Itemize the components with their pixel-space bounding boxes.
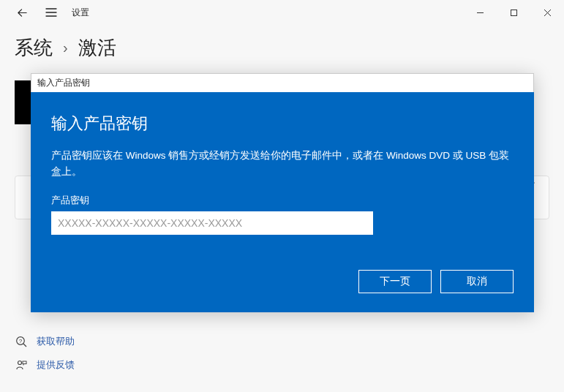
dialog-window-title: 输入产品密钥 xyxy=(37,78,90,88)
minimize-button[interactable] xyxy=(463,0,497,25)
app-title: 设置 xyxy=(72,7,89,19)
help-icon: ? xyxy=(15,335,28,348)
feedback-icon xyxy=(15,358,28,372)
maximize-button[interactable] xyxy=(497,0,530,25)
breadcrumb-separator: › xyxy=(63,39,68,56)
give-feedback-link[interactable]: 提供反馈 xyxy=(15,358,75,372)
get-help-label: 获取帮助 xyxy=(37,335,75,348)
product-key-dialog: 输入产品密钥 输入产品密钥 产品密钥应该在 Windows 销售方或经销方发送给… xyxy=(31,73,534,312)
dialog-heading: 输入产品密钥 xyxy=(51,113,514,135)
back-button[interactable] xyxy=(10,1,34,24)
get-help-link[interactable]: ? 获取帮助 xyxy=(15,335,75,348)
cancel-button[interactable]: 取消 xyxy=(440,270,514,293)
breadcrumb-current: 激活 xyxy=(78,35,116,61)
dialog-titlebar: 输入产品密钥 xyxy=(31,73,534,92)
obscured-panel xyxy=(15,80,31,124)
nav-menu-button[interactable] xyxy=(40,1,63,24)
breadcrumb-root[interactable]: 系统 xyxy=(15,35,53,61)
svg-rect-0 xyxy=(511,10,516,15)
product-key-label: 产品密钥 xyxy=(51,194,514,207)
give-feedback-label: 提供反馈 xyxy=(37,358,75,372)
close-button[interactable] xyxy=(530,0,564,25)
breadcrumb: 系统 › 激活 xyxy=(0,25,564,74)
titlebar: 设置 xyxy=(0,0,564,25)
maximize-icon xyxy=(510,9,518,17)
arrow-left-icon xyxy=(17,7,28,18)
svg-rect-4 xyxy=(23,361,26,364)
dialog-description: 产品密钥应该在 Windows 销售方或经销方发送给你的电子邮件中，或者在 Wi… xyxy=(51,148,514,179)
close-icon xyxy=(544,9,552,17)
product-key-input[interactable] xyxy=(51,211,373,235)
minimize-icon xyxy=(476,9,484,17)
svg-text:?: ? xyxy=(18,338,22,344)
hamburger-icon xyxy=(45,7,57,18)
svg-point-3 xyxy=(18,361,21,364)
next-button[interactable]: 下一页 xyxy=(358,270,432,293)
